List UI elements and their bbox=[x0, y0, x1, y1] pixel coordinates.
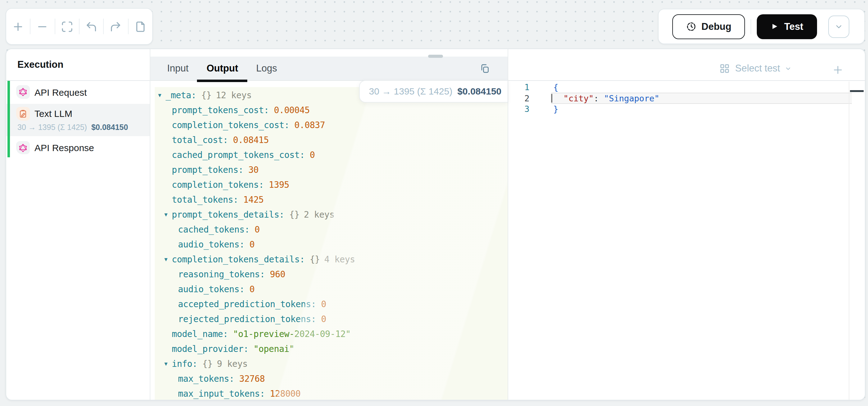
json-tree-row: ▼completion_tokens_details:{}4 keys bbox=[154, 252, 508, 267]
editor-line[interactable]: 2 "city": "Singapore" bbox=[508, 93, 865, 104]
execution-node-usage: 30 → 1395 (Σ 1425)$0.084150 bbox=[16, 123, 149, 132]
json-key: total_cost: bbox=[172, 135, 228, 145]
json-value: 0.08415 bbox=[233, 135, 269, 145]
execution-panel: Execution bbox=[6, 49, 149, 400]
execution-node-api-request[interactable]: API Request bbox=[6, 82, 149, 103]
execution-panel-header: Execution bbox=[6, 49, 149, 81]
canvas-toolbar bbox=[6, 8, 153, 45]
output-json-viewer[interactable]: ▼_meta:{}12 keysprompt_tokens_cost:0.000… bbox=[154, 87, 508, 400]
toolbar-divider bbox=[79, 19, 80, 34]
json-key-count: 2 keys bbox=[304, 209, 335, 220]
timer-icon bbox=[686, 21, 696, 32]
copy-icon bbox=[479, 63, 490, 74]
redo-button[interactable] bbox=[105, 16, 126, 37]
play-icon bbox=[770, 22, 778, 30]
json-tree-row: ▼prompt_tokens_details:{}2 keys bbox=[154, 207, 508, 222]
json-tree-row: audio_tokens:0 bbox=[154, 237, 508, 252]
collapse-arrow-icon[interactable]: ▼ bbox=[158, 93, 165, 98]
json-value: 0 bbox=[321, 314, 326, 324]
execution-node-text-llm[interactable]: Text LLM 30 → 1395 (Σ 1425)$0.084150 bbox=[6, 104, 149, 136]
json-tree-row: total_cost:0.08415 bbox=[154, 133, 508, 147]
execution-node-api-response[interactable]: API Response bbox=[6, 137, 149, 158]
editor-line[interactable]: 1{ bbox=[508, 82, 865, 93]
tab-label: Logs bbox=[256, 63, 277, 74]
tab-logs[interactable]: Logs bbox=[256, 57, 277, 80]
json-tree-row: prompt_tokens_cost:0.00045 bbox=[154, 103, 508, 117]
toolbar-divider bbox=[750, 19, 751, 34]
json-tree-row: cached_tokens:0 bbox=[154, 222, 508, 237]
json-key: max_tokens: bbox=[178, 374, 234, 384]
code-token: : bbox=[594, 93, 599, 103]
collapse-arrow-icon[interactable]: ▼ bbox=[164, 257, 172, 262]
code-content: { bbox=[551, 82, 852, 93]
tab-input[interactable]: Input bbox=[167, 57, 189, 80]
json-key-count: 9 keys bbox=[217, 359, 248, 369]
json-key: model_name: bbox=[172, 329, 228, 339]
json-key: cached_prompt_tokens_cost: bbox=[172, 150, 305, 160]
test-input-editor[interactable]: 1{2 "city": "Singapore"3} bbox=[508, 81, 865, 400]
json-value: 0 bbox=[254, 225, 259, 234]
json-key: total_tokens: bbox=[172, 195, 238, 205]
json-key: prompt_tokens_cost: bbox=[172, 105, 269, 115]
test-panel-header: Select test bbox=[508, 49, 865, 81]
add-test-button[interactable] bbox=[832, 64, 843, 77]
json-value: 0.0837 bbox=[294, 120, 325, 130]
panel-drag-handle[interactable] bbox=[428, 54, 443, 58]
run-controls-toolbar: Debug Test bbox=[658, 9, 865, 44]
json-key: cached_tokens: bbox=[178, 225, 249, 234]
execution-status-bar bbox=[7, 81, 10, 157]
chevron-down-icon bbox=[784, 65, 791, 72]
token-usage: 30 → 1395 (Σ 1425) bbox=[18, 123, 87, 132]
line-number: 2 bbox=[508, 93, 551, 103]
zoom-in-button[interactable] bbox=[7, 16, 29, 37]
fit-view-button[interactable] bbox=[57, 16, 78, 37]
copy-output-button[interactable] bbox=[479, 63, 490, 75]
test-button[interactable]: Test bbox=[757, 14, 817, 39]
json-value: 0 bbox=[321, 299, 326, 309]
zoom-out-button[interactable] bbox=[32, 16, 53, 37]
json-tree-row: reasoning_tokens:960 bbox=[154, 267, 508, 282]
json-key: completion_tokens_details: bbox=[172, 254, 305, 264]
undo-icon bbox=[85, 20, 98, 33]
editor-scrollbar-marker[interactable] bbox=[850, 90, 863, 92]
json-tree-row: model_provider:"openai" bbox=[154, 341, 508, 356]
code-token: "Singapore" bbox=[604, 93, 659, 103]
json-tree-row: rejected_prediction_tokens:0 bbox=[154, 312, 508, 326]
tab-label: Output bbox=[207, 63, 238, 74]
braces-icon: {} bbox=[201, 90, 212, 100]
json-key: _meta: bbox=[165, 90, 196, 100]
test-options-button[interactable] bbox=[828, 15, 849, 38]
select-test-dropdown[interactable]: Select test bbox=[719, 57, 791, 80]
toolbar-divider bbox=[30, 19, 31, 34]
undo-button[interactable] bbox=[81, 16, 102, 37]
json-key: prompt_tokens_details: bbox=[172, 209, 284, 220]
json-key: rejected_prediction_tokens: bbox=[178, 314, 316, 324]
notes-button[interactable] bbox=[129, 16, 151, 37]
collapse-arrow-icon[interactable]: ▼ bbox=[164, 212, 172, 217]
json-key: max_input_tokens: bbox=[178, 388, 265, 399]
code-token bbox=[599, 93, 603, 103]
json-value: 32768 bbox=[239, 374, 265, 384]
code-token bbox=[553, 93, 563, 103]
debug-button[interactable]: Debug bbox=[672, 14, 745, 39]
execution-window: Execution bbox=[6, 48, 865, 400]
execution-node-label: API Request bbox=[34, 87, 87, 97]
code-content: } bbox=[551, 104, 852, 114]
json-key: info: bbox=[172, 359, 197, 369]
json-tree: ▼_meta:{}12 keysprompt_tokens_cost:0.000… bbox=[154, 87, 508, 400]
code-content: "city": "Singapore" bbox=[551, 93, 852, 104]
plus-icon bbox=[832, 64, 843, 75]
json-value: 0 bbox=[310, 150, 315, 160]
json-value: 960 bbox=[270, 269, 285, 279]
tab-output[interactable]: Output bbox=[207, 57, 238, 80]
json-value: "openai" bbox=[253, 344, 294, 354]
execution-node-label: Text LLM bbox=[34, 109, 72, 119]
collapse-arrow-icon[interactable]: ▼ bbox=[164, 361, 172, 367]
braces-icon: {} bbox=[310, 254, 320, 264]
run-cost: $0.084150 bbox=[91, 123, 128, 132]
json-key-count: 4 keys bbox=[324, 254, 355, 264]
line-number: 1 bbox=[508, 82, 551, 92]
execution-panel-title: Execution bbox=[18, 59, 63, 70]
badge-token-usage: 30 → 1395 (Σ 1425) bbox=[369, 86, 452, 96]
editor-line[interactable]: 3} bbox=[508, 104, 865, 114]
